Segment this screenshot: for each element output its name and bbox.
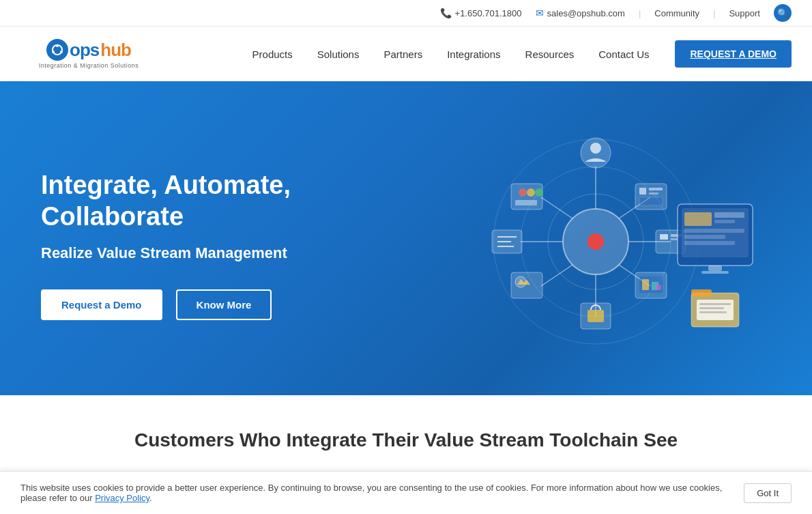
nav-item-contact[interactable]: Contact Us — [586, 42, 661, 67]
svg-point-8 — [588, 233, 604, 250]
svg-rect-33 — [515, 200, 537, 205]
logo-area[interactable]: ops hub Integration & Migration Solution… — [20, 33, 157, 74]
logo-hub-text: hub — [100, 40, 131, 61]
svg-rect-48 — [684, 229, 744, 233]
main-nav: ops hub Integration & Migration Solution… — [0, 27, 812, 81]
logo-ops-text: ops — [70, 40, 99, 61]
svg-rect-26 — [649, 192, 658, 195]
svg-rect-49 — [684, 235, 725, 239]
top-bar: 📞 +1.650.701.1800 ✉ sales@opshub.com | C… — [0, 0, 812, 27]
nav-link-integrations[interactable]: Integrations — [435, 42, 512, 67]
svg-point-1 — [56, 44, 59, 47]
svg-rect-38 — [656, 285, 661, 290]
hero-content: Integrate, Automate, Collaborate Realize… — [41, 156, 406, 320]
phone-number: +1.650.701.1800 — [455, 8, 522, 18]
community-link[interactable]: Community — [654, 8, 699, 18]
request-demo-nav-button[interactable]: REQUEST A DEMO — [675, 40, 792, 68]
svg-rect-50 — [684, 241, 735, 245]
cookie-text: This website uses cookies to provide a b… — [20, 483, 730, 503]
svg-rect-39 — [511, 272, 542, 298]
cookie-banner: This website uses cookies to provide a b… — [0, 471, 812, 514]
support-link[interactable]: Support — [729, 8, 760, 18]
svg-point-30 — [519, 188, 527, 197]
svg-rect-46 — [714, 212, 744, 218]
logo-icon — [46, 39, 68, 61]
cookie-link-suffix: . — [149, 493, 152, 503]
nav-link-products[interactable]: Products — [240, 42, 305, 67]
svg-rect-20 — [660, 234, 668, 240]
privacy-policy-link[interactable]: Privacy Policy — [95, 493, 149, 503]
nav-item-partners[interactable]: Partners — [371, 42, 435, 67]
svg-point-3 — [52, 51, 55, 53]
svg-line-13 — [541, 197, 572, 218]
email-address: sales@opshub.com — [547, 8, 625, 18]
email-link[interactable]: ✉ sales@opshub.com — [536, 8, 625, 18]
svg-point-32 — [535, 188, 543, 197]
svg-rect-42 — [588, 310, 604, 322]
nav-link-partners[interactable]: Partners — [371, 42, 435, 67]
request-demo-hero-button[interactable]: Request a Demo — [41, 289, 162, 320]
separator2: | — [713, 8, 715, 18]
svg-rect-23 — [635, 184, 667, 210]
hero-diagram — [411, 115, 766, 361]
svg-line-15 — [541, 265, 572, 286]
svg-rect-27 — [639, 197, 663, 205]
customers-title: Customers Who Integrate Their Value Stre… — [20, 429, 792, 451]
hero-image — [406, 109, 771, 368]
hero-title: Integrate, Automate, Collaborate — [41, 170, 406, 232]
logo[interactable]: ops hub Integration & Migration Solution… — [20, 33, 157, 74]
svg-rect-45 — [684, 212, 712, 226]
svg-point-2 — [60, 51, 63, 53]
hero-subtitle: Realize Value Stream Management — [41, 244, 406, 262]
hero-buttons: Request a Demo Know More — [41, 289, 406, 320]
nav-item-products[interactable]: Products — [240, 42, 305, 67]
know-more-button[interactable]: Know More — [176, 289, 272, 320]
nav-link-contact[interactable]: Contact Us — [586, 42, 661, 67]
separator: | — [639, 8, 641, 18]
logo-subtitle: Integration & Migration Solutions — [39, 62, 139, 69]
email-icon: ✉ — [536, 8, 544, 18]
got-it-button[interactable]: Got It — [744, 483, 792, 503]
svg-rect-57 — [699, 307, 724, 309]
svg-rect-47 — [714, 220, 735, 223]
nav-links: Products Solutions Partners Integrations… — [240, 42, 662, 67]
search-button[interactable]: 🔍 — [774, 4, 792, 22]
search-icon: 🔍 — [777, 8, 788, 18]
nav-item-integrations[interactable]: Integrations — [435, 42, 512, 67]
svg-rect-24 — [639, 188, 646, 195]
svg-rect-36 — [642, 279, 649, 290]
svg-point-31 — [527, 188, 535, 197]
svg-rect-22 — [671, 238, 678, 240]
svg-rect-29 — [511, 184, 542, 210]
svg-rect-52 — [701, 271, 729, 274]
svg-rect-55 — [697, 300, 734, 320]
phone-link[interactable]: 📞 +1.650.701.1800 — [440, 8, 522, 18]
nav-item-solutions[interactable]: Solutions — [305, 42, 372, 67]
svg-point-18 — [590, 143, 601, 154]
nav-link-resources[interactable]: Resources — [513, 42, 587, 67]
nav-item-resources[interactable]: Resources — [513, 42, 587, 67]
svg-rect-25 — [649, 188, 663, 190]
svg-rect-58 — [699, 311, 727, 313]
svg-rect-51 — [708, 266, 722, 271]
nav-link-solutions[interactable]: Solutions — [305, 42, 372, 67]
hero-section: Integrate, Automate, Collaborate Realize… — [0, 81, 812, 395]
phone-icon: 📞 — [440, 8, 452, 18]
svg-rect-56 — [699, 303, 731, 305]
svg-rect-54 — [691, 289, 712, 296]
